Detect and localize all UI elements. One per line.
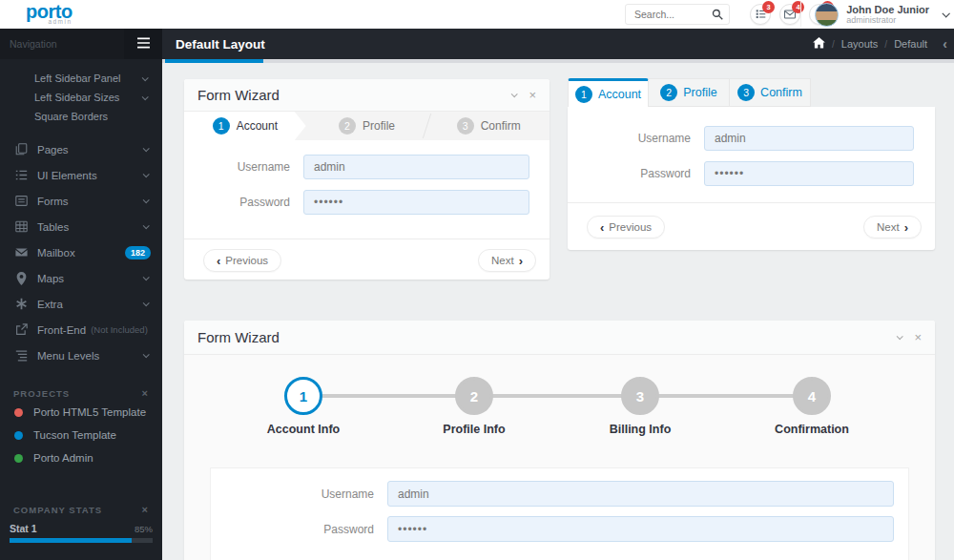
close-icon[interactable]: ×	[529, 89, 536, 101]
mailbox-badge: 182	[125, 246, 151, 259]
projects-section-header: PROJECTS ×	[0, 385, 162, 401]
username-field[interactable]	[303, 155, 529, 179]
chevron-left-icon[interactable]: ‹	[943, 37, 947, 51]
password-field[interactable]	[387, 516, 894, 542]
username-field[interactable]	[387, 481, 894, 507]
sidebar-item-ui-elements[interactable]: UI Elements	[0, 162, 162, 188]
sidebar-item-tables[interactable]: Tables	[0, 214, 162, 239]
big-step-profile-info[interactable]: 2 Profile Info	[407, 377, 541, 436]
app-root: porto admin 3 4	[0, 0, 954, 560]
project-label: Porto HTML5 Template	[33, 406, 146, 418]
project-item-tucson[interactable]: Tucson Template	[0, 424, 162, 446]
brand-logo[interactable]: porto admin	[26, 2, 73, 26]
collapse-icon[interactable]	[511, 91, 518, 97]
sidebar-item-menu-levels[interactable]: Menu Levels	[0, 342, 162, 368]
sidebar-menu: Left Sidebar Panel Left Sidebar Sizes Sq…	[0, 59, 162, 560]
password-label: Password	[568, 167, 704, 180]
hamburger-icon	[136, 35, 151, 52]
sidebar-item-maps[interactable]: Maps	[0, 265, 162, 291]
chevron-down-icon	[142, 74, 149, 81]
password-label: Password	[211, 523, 387, 536]
next-button[interactable]: Next ›	[478, 249, 536, 272]
project-dot-icon	[14, 454, 23, 463]
password-field[interactable]	[704, 161, 914, 186]
close-icon[interactable]: ×	[142, 388, 149, 399]
previous-label: Previous	[225, 255, 268, 266]
wizard-step-profile[interactable]: 2 Profile	[306, 112, 428, 140]
sidebar-item-mailbox[interactable]: Mailbox 182	[0, 239, 162, 265]
big-step-confirmation[interactable]: 4 Confirmation	[745, 377, 879, 436]
big-step-billing-info[interactable]: 3 Billing Info	[573, 377, 707, 436]
stat-progress-bar[interactable]	[10, 538, 153, 543]
next-label: Next	[877, 221, 900, 233]
extra-icon	[13, 298, 29, 310]
sidebar-item-extra[interactable]: Extra	[0, 291, 162, 317]
search-input[interactable]	[626, 9, 706, 20]
wizard-body: 1 Account Info 2 Profile Info 3 Billing …	[184, 355, 935, 560]
stat-progress-fill	[10, 538, 132, 543]
wizard-step-account[interactable]: 1 Account	[184, 112, 306, 140]
sidebar-item-forms[interactable]: Forms	[0, 188, 162, 214]
step-number: 1	[213, 117, 230, 135]
username-field[interactable]	[704, 126, 914, 151]
search-icon[interactable]	[706, 5, 729, 24]
tasks-badge: 3	[762, 1, 775, 13]
panel-header: Form Wizard ×	[184, 321, 935, 355]
user-role: administrator	[846, 15, 929, 25]
sidebar-toggle-button[interactable]	[124, 29, 162, 59]
projects-title: PROJECTS	[13, 388, 70, 399]
chevron-down-icon	[143, 197, 150, 203]
project-item-porto-admin[interactable]: Porto Admin	[0, 446, 162, 469]
form-wizard-panel-tabs: 1 Account 2 Profile 3 Confirm Username	[568, 78, 935, 250]
wizard-footer: ‹ Previous Next ›	[184, 239, 550, 280]
breadcrumb-layouts[interactable]: Layouts	[841, 38, 879, 50]
sidebar-item-square-borders[interactable]: Square Borders	[0, 107, 162, 126]
password-field[interactable]	[303, 190, 529, 215]
tab-label: Profile	[683, 86, 716, 99]
sidebar-item-front-end[interactable]: Front-End (Not Included)	[0, 317, 162, 342]
previous-button[interactable]: ‹ Previous	[587, 216, 665, 239]
sidebar-item-left-sidebar-panel[interactable]: Left Sidebar Panel	[0, 69, 162, 88]
close-icon[interactable]: ×	[914, 331, 922, 343]
next-label: Next	[491, 255, 514, 266]
step-label: Account	[237, 119, 278, 133]
sidebar-item-label: Menu Levels	[37, 350, 99, 362]
sidebar: Left Sidebar Panel Left Sidebar Sizes Sq…	[0, 29, 162, 560]
step-circle: 2	[455, 377, 493, 415]
step-label: Billing Info	[573, 423, 707, 436]
sidebar-item-left-sidebar-sizes[interactable]: Left Sidebar Sizes	[0, 88, 162, 107]
wizard-step-confirm[interactable]: 3 Confirm	[427, 112, 550, 140]
sidebar-item-pages[interactable]: Pages	[0, 136, 162, 162]
messages-button[interactable]: 4	[779, 4, 800, 25]
project-dot-icon	[14, 408, 23, 417]
step-circle: 3	[621, 377, 659, 415]
wizard-tabs: 1 Account 2 Profile 3 Confirm	[568, 78, 935, 107]
collapse-icon[interactable]	[897, 333, 903, 340]
sidebar-item-label: Maps	[37, 273, 64, 284]
tables-icon	[13, 220, 29, 233]
project-label: Tucson Template	[33, 429, 116, 441]
nav-search-input[interactable]	[0, 29, 124, 59]
sidebar-item-label: Tables	[37, 221, 69, 233]
project-item-porto-html5[interactable]: Porto HTML5 Template	[0, 401, 162, 424]
next-button[interactable]: Next ›	[863, 216, 922, 239]
step-label: Profile	[363, 119, 395, 133]
wizard-footer: ‹ Previous Next ›	[568, 202, 935, 250]
tab-confirm[interactable]: 3 Confirm	[730, 78, 811, 107]
tasks-button[interactable]: 3	[750, 4, 771, 25]
page-header-bar: Default Layout / Layouts / Default ‹	[162, 29, 954, 59]
close-icon[interactable]: ×	[142, 505, 149, 515]
previous-button[interactable]: ‹ Previous	[203, 249, 281, 272]
sidebar-item-label: Mailbox	[37, 247, 75, 259]
header-search	[625, 4, 730, 25]
password-label: Password	[184, 196, 303, 209]
tab-profile[interactable]: 2 Profile	[649, 78, 730, 107]
home-icon[interactable]	[813, 35, 825, 52]
user-menu[interactable]: John Doe Junior administrator	[800, 2, 948, 27]
big-step-account-info[interactable]: 1 Account Info	[237, 377, 370, 436]
step-circle: 1	[284, 377, 322, 415]
chevron-down-icon	[143, 145, 150, 152]
top-header: porto admin 3 4	[0, 0, 954, 29]
tab-account[interactable]: 1 Account	[568, 78, 649, 107]
breadcrumb-default[interactable]: Default	[894, 38, 927, 50]
